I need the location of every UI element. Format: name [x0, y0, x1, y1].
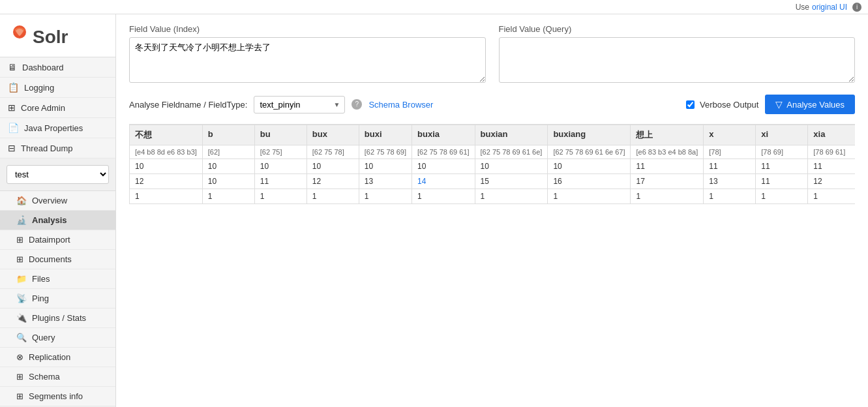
sidebar-item-dashboard[interactable]: 🖥 Dashboard — [0, 57, 115, 78]
ping-label: Ping — [32, 294, 49, 303]
token-v3-5: 1 — [412, 189, 475, 204]
info-icon[interactable]: i — [852, 3, 861, 12]
token-bytes-11: [78 69 61] — [808, 145, 855, 159]
token-v1-8: 11 — [631, 159, 704, 174]
core-nav-segments[interactable]: ⊞ Segments info — [0, 387, 115, 406]
java-properties-label: Java Properties — [24, 123, 83, 133]
core-selector-area: test — [0, 158, 115, 191]
main-nav: 🖥 Dashboard 📋 Logging ⊞ Core Admin 📄 Jav… — [0, 57, 115, 158]
core-admin-label: Core Admin — [21, 103, 65, 113]
dashboard-label: Dashboard — [22, 63, 64, 72]
query-icon: 🔍 — [16, 333, 27, 342]
token-v2-8: 17 — [631, 174, 704, 189]
core-nav-plugins[interactable]: 🔌 Plugins / Stats — [0, 309, 115, 328]
token-v2-3: 12 — [307, 174, 359, 189]
core-admin-icon: ⊞ — [8, 102, 16, 113]
token-v1-2: 10 — [254, 159, 307, 174]
dataimport-icon: ⊞ — [16, 235, 23, 245]
logging-label: Logging — [24, 83, 54, 93]
token-v3-9: 1 — [704, 189, 756, 204]
token-bytes-2: [62 75] — [254, 145, 307, 159]
files-icon: 📁 — [16, 274, 27, 284]
schema-label: Schema — [29, 372, 60, 382]
verbose-area: Verbose Output — [686, 100, 758, 110]
token-header-11: xia — [808, 125, 855, 145]
token-v3-0: 1 — [130, 189, 203, 204]
token-v1-1: 10 — [202, 159, 254, 174]
token-v3-7: 1 — [548, 189, 631, 204]
filter-icon: ▽ — [775, 99, 783, 110]
token-v3-3: 1 — [307, 189, 359, 204]
field-value-index-label: Field Value (Index) — [129, 24, 486, 34]
token-header-10: xi — [756, 125, 808, 145]
core-nav-query[interactable]: 🔍 Query — [0, 328, 115, 348]
dataimport-label: Dataimport — [29, 235, 70, 245]
token-header-7: buxiang — [548, 125, 631, 145]
core-nav-files[interactable]: 📁 Files — [0, 269, 115, 289]
core-nav-dataimport[interactable]: ⊞ Dataimport — [0, 230, 115, 250]
java-properties-icon: 📄 — [8, 123, 19, 133]
use-label: Use — [796, 3, 809, 12]
sidebar-item-thread-dump[interactable]: ⊟ Thread Dump — [0, 138, 115, 158]
query-label: Query — [32, 333, 55, 342]
token-v3-4: 1 — [359, 189, 412, 204]
token-bytes-5: [62 75 78 69 61] — [412, 145, 475, 159]
segments-icon: ⊞ — [16, 391, 23, 401]
fieldtype-select-wrapper: text_pinyin — [254, 96, 345, 113]
files-label: Files — [32, 274, 50, 284]
token-bytes-0: [e4 b8 8d e6 83 b3] — [130, 145, 203, 159]
core-nav-replication[interactable]: ⊗ Replication — [0, 348, 115, 367]
field-value-query-input[interactable] — [499, 37, 856, 83]
sidebar-item-core-admin[interactable]: ⊞ Core Admin — [0, 98, 115, 118]
core-selector[interactable]: test — [7, 165, 109, 184]
documents-icon: ⊞ — [16, 254, 23, 264]
documents-label: Documents — [29, 254, 72, 264]
token-v1-4: 10 — [359, 159, 412, 174]
core-nav-schema[interactable]: ⊞ Schema — [0, 367, 115, 387]
token-v2-0: 12 — [130, 174, 203, 189]
field-value-index-group: Field Value (Index) — [129, 24, 486, 85]
logging-icon: 📋 — [8, 82, 19, 93]
core-nav-analysis[interactable]: 🔬 Analysis — [0, 211, 115, 230]
token-v3-2: 1 — [254, 189, 307, 204]
token-bytes-1: [62] — [202, 145, 254, 159]
token-bytes-6: [62 75 78 69 61 6e] — [475, 145, 548, 159]
token-v2-5[interactable]: 14 — [412, 174, 475, 189]
token-bytes-10: [78 69] — [756, 145, 808, 159]
fieldtype-select[interactable]: text_pinyin — [254, 96, 345, 113]
token-v2-7: 16 — [548, 174, 631, 189]
token-v1-5: 10 — [412, 159, 475, 174]
schema-browser-link[interactable]: Schema Browser — [368, 100, 433, 110]
field-value-index-input[interactable] — [129, 37, 486, 83]
token-header-3: bux — [307, 125, 359, 145]
token-v2-11: 12 — [808, 174, 855, 189]
analyse-values-button[interactable]: ▽ Analyse Values — [765, 95, 855, 114]
token-header-8: 想上 — [631, 125, 704, 145]
token-header-2: bu — [254, 125, 307, 145]
token-v1-6: 10 — [475, 159, 548, 174]
sidebar-item-java-properties[interactable]: 📄 Java Properties — [0, 118, 115, 138]
solr-logo-icon — [7, 24, 33, 50]
core-nav-ping[interactable]: 📡 Ping — [0, 289, 115, 309]
schema-icon: ⊞ — [16, 372, 23, 382]
core-nav-documents[interactable]: ⊞ Documents — [0, 250, 115, 269]
logo-text: Solr — [33, 27, 68, 48]
token-bytes-8: [e6 83 b3 e4 b8 8a] — [631, 145, 704, 159]
top-bar: Use original UI i — [0, 0, 868, 14]
sidebar: Solr 🖥 Dashboard 📋 Logging ⊞ Core Admin … — [0, 14, 116, 407]
token-v2-6: 15 — [475, 174, 548, 189]
sidebar-item-logging[interactable]: 📋 Logging — [0, 78, 115, 98]
token-v2-10: 11 — [756, 174, 808, 189]
core-nav-overview[interactable]: 🏠 Overview — [0, 191, 115, 211]
verbose-checkbox[interactable] — [686, 100, 695, 109]
token-bytes-9: [78] — [704, 145, 756, 159]
token-v1-11: 11 — [808, 159, 855, 174]
original-ui-link[interactable]: original UI — [812, 3, 847, 12]
overview-icon: 🏠 — [16, 196, 27, 205]
help-icon[interactable]: ? — [352, 99, 362, 110]
token-v3-8: 1 — [631, 189, 704, 204]
core-nav: 🏠 Overview 🔬 Analysis ⊞ Dataimport ⊞ Doc… — [0, 191, 115, 406]
analyse-btn-label: Analyse Values — [786, 100, 845, 110]
main-content: Field Value (Index) Field Value (Query) … — [116, 14, 868, 407]
token-header-1: b — [202, 125, 254, 145]
